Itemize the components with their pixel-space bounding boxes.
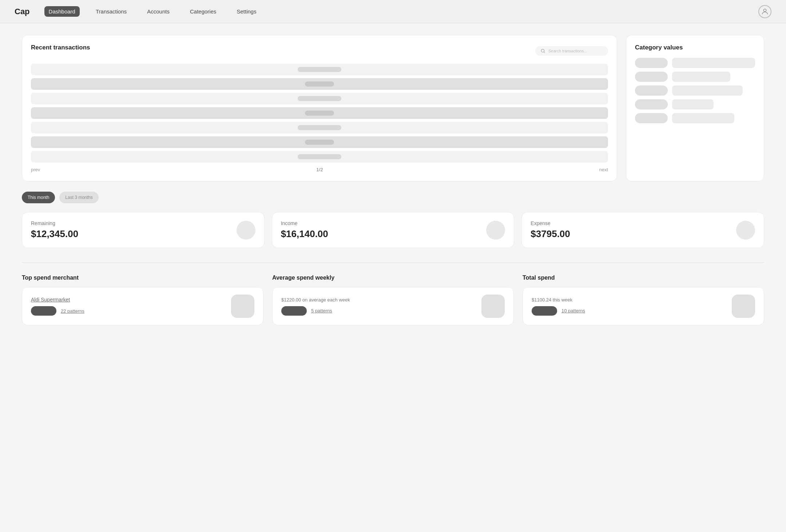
avg-spend-value: $1220.00 on average each week bbox=[281, 297, 350, 303]
merchant-icon bbox=[231, 295, 254, 318]
top-row: Recent transactions Search transactions.… bbox=[22, 35, 764, 181]
user-icon bbox=[761, 8, 769, 16]
avg-spend-section: Average spend weekly $1220.00 on average… bbox=[272, 275, 514, 325]
page-indicator: 1/2 bbox=[316, 167, 323, 172]
transaction-row-6[interactable] bbox=[31, 136, 608, 148]
stat-remaining: Remaining $12,345.00 bbox=[22, 212, 265, 248]
total-spend-meta: 10 patterns bbox=[532, 306, 585, 316]
category-item-5 bbox=[635, 113, 755, 123]
category-list bbox=[635, 58, 755, 123]
stat-remaining-value: $12,345.00 bbox=[31, 228, 78, 240]
nav-categories[interactable]: Categories bbox=[186, 6, 221, 17]
search-icon bbox=[540, 48, 545, 53]
search-bar[interactable]: Search transactions... bbox=[535, 46, 608, 56]
stat-expense-label: Expense bbox=[531, 220, 570, 226]
filter-tab-2[interactable]: Last 3 months bbox=[59, 192, 98, 203]
stat-income-label: Income bbox=[281, 220, 328, 226]
category-bar-3 bbox=[672, 85, 743, 96]
total-spend-section: Total spend $1100.24 this week 10 patter… bbox=[523, 275, 764, 325]
avg-spend-title: Average spend weekly bbox=[272, 275, 514, 281]
transaction-row-7[interactable] bbox=[31, 151, 608, 163]
stat-income-info: Income $16,140.00 bbox=[281, 220, 328, 240]
category-item-1 bbox=[635, 58, 755, 68]
stat-expense-info: Expense $3795.00 bbox=[531, 220, 570, 240]
avg-spend-tag bbox=[281, 306, 307, 316]
merchant-name[interactable]: Aldi Supermarket bbox=[31, 297, 84, 303]
recent-transactions-title: Recent transactions bbox=[31, 44, 90, 51]
avg-spend-meta: 5 patterns bbox=[281, 306, 350, 316]
search-placeholder: Search transactions... bbox=[548, 49, 587, 53]
merchant-meta: 22 patterns bbox=[31, 306, 84, 316]
category-chip-2 bbox=[635, 72, 668, 82]
stat-income-value: $16,140.00 bbox=[281, 228, 328, 240]
category-item-3 bbox=[635, 85, 755, 96]
stat-expense: Expense $3795.00 bbox=[521, 212, 764, 248]
total-spend-tag bbox=[532, 306, 557, 316]
card-header: Recent transactions Search transactions.… bbox=[31, 44, 608, 58]
next-button[interactable]: next bbox=[599, 167, 608, 172]
transaction-row-2[interactable] bbox=[31, 78, 608, 90]
transaction-row-3[interactable] bbox=[31, 93, 608, 104]
stat-income-chart bbox=[486, 221, 505, 240]
pagination: prev 1/2 next bbox=[31, 167, 608, 172]
avg-spend-patterns[interactable]: 5 patterns bbox=[311, 308, 332, 313]
transaction-row-4[interactable] bbox=[31, 107, 608, 119]
filter-tabs: This month Last 3 months bbox=[22, 192, 764, 203]
category-chip-4 bbox=[635, 99, 668, 109]
top-spend-section: Top spend merchant Aldi Supermarket 22 p… bbox=[22, 275, 263, 325]
total-spend-title: Total spend bbox=[523, 275, 764, 281]
svg-point-0 bbox=[763, 9, 766, 11]
merchant-info: Aldi Supermarket 22 patterns bbox=[31, 297, 84, 316]
svg-line-2 bbox=[544, 52, 545, 53]
total-spend-info: $1100.24 this week 10 patterns bbox=[532, 297, 585, 316]
top-spend-title: Top spend merchant bbox=[22, 275, 263, 281]
stats-row: Remaining $12,345.00 Income $16,140.00 E… bbox=[22, 212, 764, 248]
avg-spend-card: $1220.00 on average each week 5 patterns bbox=[272, 287, 514, 325]
transaction-row-5[interactable] bbox=[31, 122, 608, 133]
total-spend-icon bbox=[732, 295, 755, 318]
category-bar-5 bbox=[672, 113, 734, 123]
avg-spend-icon bbox=[481, 295, 505, 318]
category-chip-5 bbox=[635, 113, 668, 123]
total-spend-patterns[interactable]: 10 patterns bbox=[561, 308, 585, 313]
nav-accounts[interactable]: Accounts bbox=[143, 6, 174, 17]
recent-transactions-card: Recent transactions Search transactions.… bbox=[22, 35, 617, 181]
nav-transactions[interactable]: Transactions bbox=[91, 6, 131, 17]
category-chip-1 bbox=[635, 58, 668, 68]
nav-dashboard[interactable]: Dashboard bbox=[44, 6, 80, 17]
top-spend-card: Aldi Supermarket 22 patterns bbox=[22, 287, 263, 325]
filter-tab-1[interactable]: This month bbox=[22, 192, 55, 203]
category-values-title: Category values bbox=[635, 44, 755, 51]
stat-remaining-label: Remaining bbox=[31, 220, 78, 226]
navbar: Cap Dashboard Transactions Accounts Cate… bbox=[0, 0, 786, 23]
merchant-tag bbox=[31, 306, 56, 316]
category-bar-2 bbox=[672, 72, 730, 82]
category-bar-4 bbox=[672, 99, 714, 109]
prev-button[interactable]: prev bbox=[31, 167, 40, 172]
stat-expense-chart bbox=[736, 221, 755, 240]
merchant-patterns[interactable]: 22 patterns bbox=[61, 308, 84, 314]
app-logo: Cap bbox=[15, 7, 30, 16]
category-item-2 bbox=[635, 72, 755, 82]
stat-remaining-info: Remaining $12,345.00 bbox=[31, 220, 78, 240]
stat-remaining-chart bbox=[237, 221, 255, 240]
transaction-row-1[interactable] bbox=[31, 64, 608, 75]
stat-expense-value: $3795.00 bbox=[531, 228, 570, 240]
total-spend-value: $1100.24 this week bbox=[532, 297, 585, 303]
avatar[interactable] bbox=[758, 5, 771, 18]
category-chip-3 bbox=[635, 85, 668, 96]
stat-income: Income $16,140.00 bbox=[272, 212, 515, 248]
category-values-card: Category values bbox=[626, 35, 764, 181]
nav-settings[interactable]: Settings bbox=[233, 6, 261, 17]
avg-spend-info: $1220.00 on average each week 5 patterns bbox=[281, 297, 350, 316]
section-divider bbox=[22, 263, 764, 263]
total-spend-card: $1100.24 this week 10 patterns bbox=[523, 287, 764, 325]
category-item-4 bbox=[635, 99, 755, 109]
bottom-row: Top spend merchant Aldi Supermarket 22 p… bbox=[22, 275, 764, 325]
svg-point-1 bbox=[541, 49, 544, 52]
main-content: Recent transactions Search transactions.… bbox=[0, 23, 786, 337]
category-bar-1 bbox=[672, 58, 755, 68]
